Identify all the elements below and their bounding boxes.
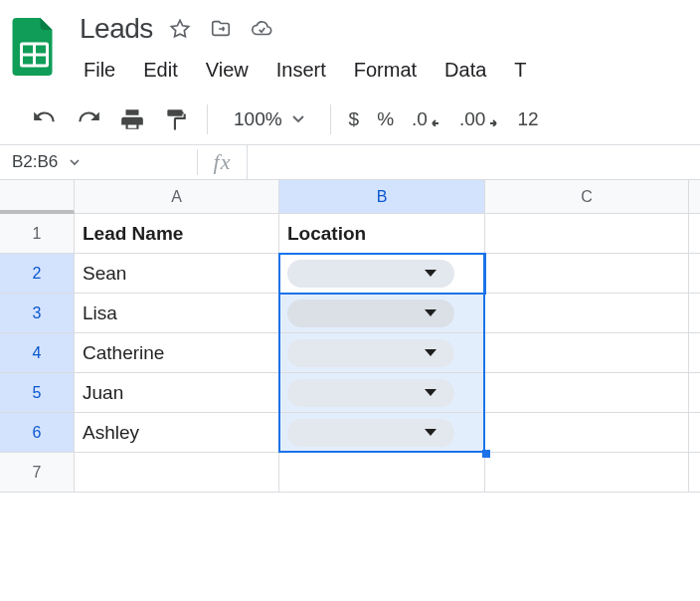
divider xyxy=(330,104,331,134)
menu-edit[interactable]: Edit xyxy=(129,52,191,89)
cell[interactable] xyxy=(689,294,700,333)
formula-bar: B2:B6 fx xyxy=(0,145,700,180)
fx-label: fx xyxy=(197,149,247,175)
row-header-5[interactable]: 5 xyxy=(0,373,75,413)
divider xyxy=(207,104,208,134)
cell[interactable] xyxy=(689,214,700,254)
cell-c7[interactable] xyxy=(485,453,689,493)
dropdown-chip[interactable] xyxy=(287,419,454,447)
currency-button[interactable]: $ xyxy=(349,108,360,130)
row-header-3[interactable]: 3 xyxy=(0,294,75,333)
menu-insert[interactable]: Insert xyxy=(262,52,340,89)
dropdown-chip[interactable] xyxy=(287,260,454,288)
chevron-down-icon xyxy=(70,159,80,166)
cell-a1[interactable]: Lead Name xyxy=(75,214,279,254)
col-header-c[interactable]: C xyxy=(485,180,689,214)
cell-a3[interactable]: Lisa xyxy=(75,294,279,333)
chevron-down-icon xyxy=(425,429,437,436)
chevron-down-icon xyxy=(425,309,437,316)
zoom-value: 100% xyxy=(234,108,282,130)
cell-b6[interactable] xyxy=(279,413,485,453)
chevron-down-icon xyxy=(425,349,437,356)
cell-a6[interactable]: Ashley xyxy=(75,413,279,453)
menu-view[interactable]: View xyxy=(192,52,262,89)
cell-a5[interactable]: Juan xyxy=(75,373,279,413)
chevron-down-icon xyxy=(425,389,437,396)
row-header-6[interactable]: 6 xyxy=(0,413,75,453)
col-header-a[interactable]: A xyxy=(75,180,279,214)
cell[interactable] xyxy=(689,373,700,413)
cell[interactable] xyxy=(689,333,700,373)
cell-a7[interactable] xyxy=(75,453,279,493)
increase-decimal-button[interactable]: .00 xyxy=(459,108,499,130)
formula-input[interactable] xyxy=(247,145,700,179)
cell-c2[interactable] xyxy=(485,254,689,294)
cell-b2[interactable] xyxy=(279,254,485,294)
move-icon[interactable] xyxy=(210,18,232,40)
menu-data[interactable]: Data xyxy=(431,52,500,89)
cell-c1[interactable] xyxy=(485,214,689,254)
cell-b4[interactable] xyxy=(279,333,485,373)
zoom-select[interactable]: 100% xyxy=(226,108,312,130)
menu-format[interactable]: Format xyxy=(340,52,431,89)
col-header-b[interactable]: B xyxy=(279,180,485,214)
cell-c4[interactable] xyxy=(485,333,689,373)
dropdown-chip[interactable] xyxy=(287,379,454,407)
sheets-logo[interactable] xyxy=(8,8,60,78)
font-size[interactable]: 12 xyxy=(517,108,538,130)
cell-b5[interactable] xyxy=(279,373,485,413)
select-all-corner[interactable] xyxy=(0,180,75,214)
chevron-down-icon xyxy=(425,270,437,277)
col-header[interactable] xyxy=(689,180,700,214)
cell-b3[interactable] xyxy=(279,294,485,333)
menu-file[interactable]: File xyxy=(80,52,129,89)
print-icon[interactable] xyxy=(119,106,145,132)
cell-b1[interactable]: Location xyxy=(279,214,485,254)
cell-a2[interactable]: Sean xyxy=(75,254,279,294)
star-icon[interactable] xyxy=(169,18,191,40)
name-box[interactable]: B2:B6 xyxy=(0,152,88,172)
row-header-1[interactable]: 1 xyxy=(0,214,75,254)
dropdown-chip[interactable] xyxy=(287,339,454,367)
menubar: File Edit View Insert Format Data T xyxy=(80,52,700,89)
redo-icon[interactable] xyxy=(76,106,101,132)
spreadsheet-grid: A B C 1 2 3 4 5 6 7 Lead Name Location S… xyxy=(0,180,700,493)
row-header-7[interactable]: 7 xyxy=(0,453,75,493)
arrow-right-icon xyxy=(487,112,499,126)
cell[interactable] xyxy=(689,413,700,453)
cell-a4[interactable]: Catherine xyxy=(75,333,279,373)
menu-tools[interactable]: T xyxy=(500,52,526,89)
row-header-4[interactable]: 4 xyxy=(0,333,75,373)
cloud-icon[interactable] xyxy=(251,18,272,40)
header: Leads File Edit View Insert Format Data … xyxy=(0,0,700,89)
percent-button[interactable]: % xyxy=(377,108,394,130)
undo-icon[interactable] xyxy=(32,106,58,132)
cell[interactable] xyxy=(689,453,700,493)
doc-title[interactable]: Leads xyxy=(80,13,153,45)
cell[interactable] xyxy=(689,254,700,294)
dropdown-chip[interactable] xyxy=(287,300,454,327)
cell-c5[interactable] xyxy=(485,373,689,413)
cell-b7[interactable] xyxy=(279,453,485,493)
paint-format-icon[interactable] xyxy=(163,106,189,132)
arrow-left-icon xyxy=(430,112,441,126)
chevron-down-icon xyxy=(292,115,304,123)
cell-c3[interactable] xyxy=(485,294,689,333)
row-header-2[interactable]: 2 xyxy=(0,254,75,294)
selection-handle[interactable] xyxy=(482,450,490,458)
decrease-decimal-button[interactable]: .0 xyxy=(412,108,441,130)
cell-c6[interactable] xyxy=(485,413,689,453)
toolbar: 100% $ % .0 .00 12 xyxy=(0,93,700,145)
